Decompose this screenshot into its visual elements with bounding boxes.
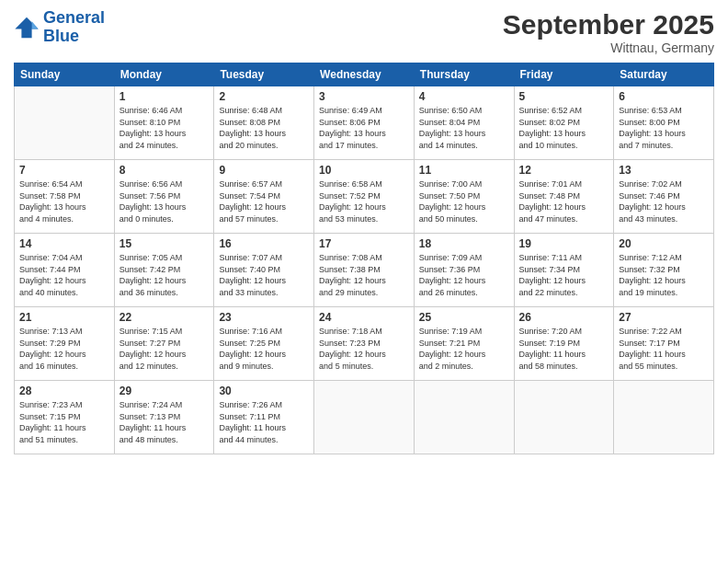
day-info: Sunrise: 7:19 AM Sunset: 7:21 PM Dayligh… [419,326,509,372]
calendar-cell [314,381,415,454]
calendar-cell: 3Sunrise: 6:49 AM Sunset: 8:06 PM Daylig… [314,86,415,160]
calendar-cell: 28Sunrise: 7:23 AM Sunset: 7:15 PM Dayli… [15,381,115,454]
day-number: 25 [419,311,509,324]
calendar-cell: 14Sunrise: 7:04 AM Sunset: 7:44 PM Dayli… [15,234,115,307]
weekday-saturday: Saturday [614,63,714,86]
day-info: Sunrise: 6:53 AM Sunset: 8:00 PM Dayligh… [619,105,709,151]
calendar-table: SundayMondayTuesdayWednesdayThursdayFrid… [14,63,714,454]
calendar-cell: 4Sunrise: 6:50 AM Sunset: 8:04 PM Daylig… [414,86,514,160]
calendar-cell: 9Sunrise: 6:57 AM Sunset: 7:54 PM Daylig… [214,160,314,234]
day-number: 24 [319,311,409,324]
day-number: 12 [519,164,609,177]
day-number: 19 [519,237,609,250]
day-number: 8 [119,164,210,177]
calendar-cell: 6Sunrise: 6:53 AM Sunset: 8:00 PM Daylig… [614,86,714,160]
day-info: Sunrise: 7:18 AM Sunset: 7:23 PM Dayligh… [319,326,409,372]
weekday-friday: Friday [514,63,614,86]
day-number: 16 [219,237,309,250]
week-row-4: 21Sunrise: 7:13 AM Sunset: 7:29 PM Dayli… [15,307,714,381]
week-row-3: 14Sunrise: 7:04 AM Sunset: 7:44 PM Dayli… [15,234,714,307]
calendar-cell: 29Sunrise: 7:24 AM Sunset: 7:13 PM Dayli… [114,381,214,454]
day-info: Sunrise: 7:16 AM Sunset: 7:25 PM Dayligh… [219,326,309,372]
day-info: Sunrise: 6:58 AM Sunset: 7:52 PM Dayligh… [319,178,409,224]
day-info: Sunrise: 7:05 AM Sunset: 7:42 PM Dayligh… [119,252,210,298]
day-info: Sunrise: 7:11 AM Sunset: 7:34 PM Dayligh… [519,252,609,298]
day-number: 27 [619,311,709,324]
calendar-cell: 25Sunrise: 7:19 AM Sunset: 7:21 PM Dayli… [414,307,514,381]
calendar-cell: 10Sunrise: 6:58 AM Sunset: 7:52 PM Dayli… [314,160,415,234]
weekday-header-row: SundayMondayTuesdayWednesdayThursdayFrid… [15,63,714,86]
day-info: Sunrise: 6:56 AM Sunset: 7:56 PM Dayligh… [119,178,210,224]
calendar-cell [514,381,614,454]
header: General Blue September 2025 Wittnau, Ger… [14,9,714,55]
day-number: 11 [419,164,509,177]
calendar-cell: 5Sunrise: 6:52 AM Sunset: 8:02 PM Daylig… [514,86,614,160]
day-info: Sunrise: 6:48 AM Sunset: 8:08 PM Dayligh… [219,105,309,151]
day-info: Sunrise: 7:26 AM Sunset: 7:11 PM Dayligh… [219,399,309,445]
day-number: 28 [19,385,109,397]
calendar-cell [414,381,514,454]
day-number: 5 [519,90,609,103]
day-number: 30 [219,385,309,397]
day-number: 15 [119,237,210,250]
day-info: Sunrise: 7:20 AM Sunset: 7:19 PM Dayligh… [519,326,609,372]
day-info: Sunrise: 6:49 AM Sunset: 8:06 PM Dayligh… [319,105,409,151]
day-number: 29 [119,385,210,397]
logo-text: General Blue [43,9,105,46]
day-info: Sunrise: 7:07 AM Sunset: 7:40 PM Dayligh… [219,252,309,298]
day-number: 22 [119,311,210,324]
weekday-monday: Monday [114,63,214,86]
day-number: 3 [319,90,409,103]
calendar-cell: 22Sunrise: 7:15 AM Sunset: 7:27 PM Dayli… [114,307,214,381]
calendar-cell: 27Sunrise: 7:22 AM Sunset: 7:17 PM Dayli… [614,307,714,381]
day-number: 18 [419,237,509,250]
day-number: 26 [519,311,609,324]
day-number: 23 [219,311,309,324]
calendar-cell: 1Sunrise: 6:46 AM Sunset: 8:10 PM Daylig… [114,86,214,160]
calendar-cell: 30Sunrise: 7:26 AM Sunset: 7:11 PM Dayli… [214,381,314,454]
calendar-cell: 8Sunrise: 6:56 AM Sunset: 7:56 PM Daylig… [114,160,214,234]
day-info: Sunrise: 7:12 AM Sunset: 7:32 PM Dayligh… [619,252,709,298]
day-info: Sunrise: 6:50 AM Sunset: 8:04 PM Dayligh… [419,105,509,151]
week-row-1: 1Sunrise: 6:46 AM Sunset: 8:10 PM Daylig… [15,86,714,160]
logo-icon [14,15,40,40]
day-number: 2 [219,90,309,103]
calendar-cell: 24Sunrise: 7:18 AM Sunset: 7:23 PM Dayli… [314,307,415,381]
weekday-sunday: Sunday [15,63,115,86]
calendar-cell: 20Sunrise: 7:12 AM Sunset: 7:32 PM Dayli… [614,234,714,307]
calendar-cell: 18Sunrise: 7:09 AM Sunset: 7:36 PM Dayli… [414,234,514,307]
calendar-cell: 2Sunrise: 6:48 AM Sunset: 8:08 PM Daylig… [214,86,314,160]
day-number: 9 [219,164,309,177]
calendar-cell: 19Sunrise: 7:11 AM Sunset: 7:34 PM Dayli… [514,234,614,307]
day-info: Sunrise: 7:04 AM Sunset: 7:44 PM Dayligh… [19,252,109,298]
logo-line2: Blue [43,28,105,46]
day-number: 7 [19,164,109,177]
day-number: 21 [19,311,109,324]
calendar-cell: 11Sunrise: 7:00 AM Sunset: 7:50 PM Dayli… [414,160,514,234]
month-title: September 2025 [503,9,714,40]
title-block: September 2025 Wittnau, Germany [503,9,714,55]
day-info: Sunrise: 6:54 AM Sunset: 7:58 PM Dayligh… [19,178,109,224]
calendar-cell: 15Sunrise: 7:05 AM Sunset: 7:42 PM Dayli… [114,234,214,307]
day-info: Sunrise: 7:09 AM Sunset: 7:36 PM Dayligh… [419,252,509,298]
day-info: Sunrise: 6:52 AM Sunset: 8:02 PM Dayligh… [519,105,609,151]
day-number: 1 [119,90,210,103]
day-info: Sunrise: 6:57 AM Sunset: 7:54 PM Dayligh… [219,178,309,224]
weekday-wednesday: Wednesday [314,63,415,86]
page: General Blue September 2025 Wittnau, Ger… [0,0,728,563]
day-info: Sunrise: 7:13 AM Sunset: 7:29 PM Dayligh… [19,326,109,372]
day-number: 20 [619,237,709,250]
weekday-tuesday: Tuesday [214,63,314,86]
day-number: 13 [619,164,709,177]
calendar-cell: 17Sunrise: 7:08 AM Sunset: 7:38 PM Dayli… [314,234,415,307]
calendar-cell: 26Sunrise: 7:20 AM Sunset: 7:19 PM Dayli… [514,307,614,381]
day-number: 6 [619,90,709,103]
day-info: Sunrise: 7:23 AM Sunset: 7:15 PM Dayligh… [19,399,109,445]
logo: General Blue [14,9,105,46]
day-number: 4 [419,90,509,103]
day-info: Sunrise: 7:08 AM Sunset: 7:38 PM Dayligh… [319,252,409,298]
day-number: 17 [319,237,409,250]
location: Wittnau, Germany [503,40,714,55]
svg-marker-1 [32,21,39,29]
day-info: Sunrise: 7:00 AM Sunset: 7:50 PM Dayligh… [419,178,509,224]
